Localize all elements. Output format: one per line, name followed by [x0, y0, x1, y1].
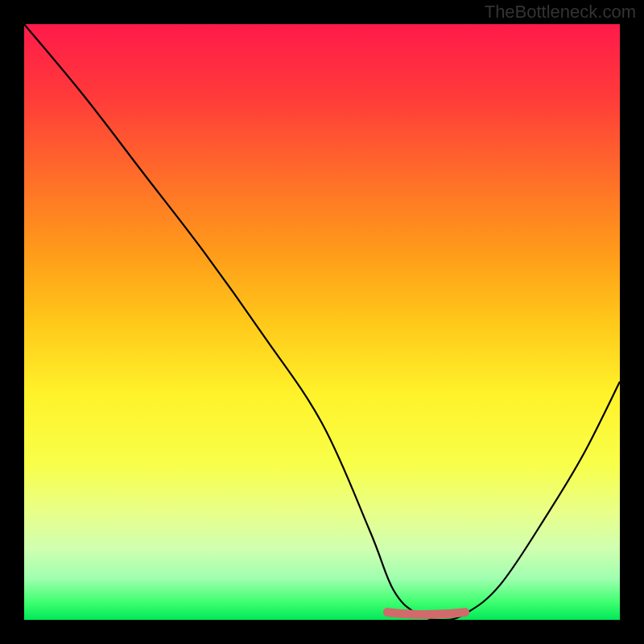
highlight-segment	[387, 613, 464, 615]
main-curve-path	[24, 24, 620, 620]
chart-plot-area	[24, 24, 620, 620]
chart-svg	[24, 24, 620, 620]
watermark-text: TheBottleneck.com	[485, 2, 636, 23]
